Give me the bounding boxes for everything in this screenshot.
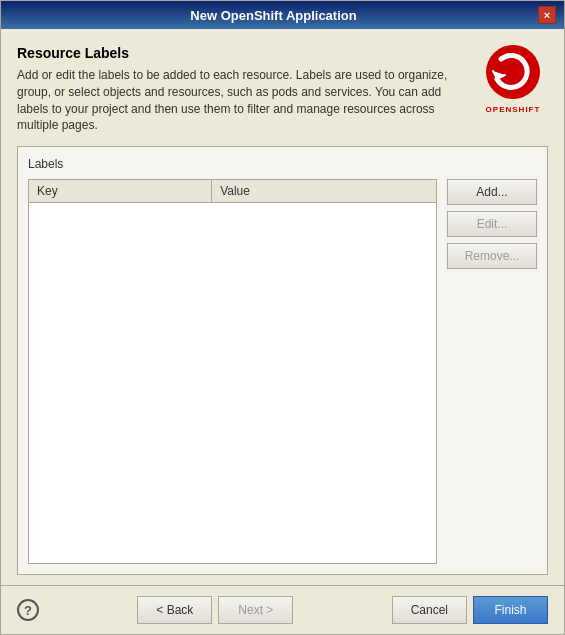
header-section: Resource Labels Add or edit the labels t… bbox=[17, 45, 548, 134]
back-button[interactable]: < Back bbox=[137, 596, 212, 624]
edit-button[interactable]: Edit... bbox=[447, 211, 537, 237]
nav-buttons: < Back Next > bbox=[137, 596, 293, 624]
help-button[interactable]: ? bbox=[17, 599, 39, 621]
add-button[interactable]: Add... bbox=[447, 179, 537, 205]
dialog-window: New OpenShift Application × Resource Lab… bbox=[0, 0, 565, 635]
dialog-title: New OpenShift Application bbox=[9, 8, 538, 23]
title-bar: New OpenShift Application × bbox=[1, 1, 564, 29]
key-column-header: Key bbox=[29, 180, 212, 202]
section-title: Resource Labels bbox=[17, 45, 478, 61]
labels-content: Key Value Add... Edit... Remove... bbox=[28, 179, 537, 564]
labels-table: Key Value bbox=[28, 179, 437, 564]
table-header: Key Value bbox=[29, 180, 436, 203]
action-buttons-panel: Add... Edit... Remove... bbox=[447, 179, 537, 564]
header-text: Resource Labels Add or edit the labels t… bbox=[17, 45, 478, 134]
close-button[interactable]: × bbox=[538, 6, 556, 24]
labels-section: Labels Key Value Add... Edit... bbox=[17, 146, 548, 575]
remove-button[interactable]: Remove... bbox=[447, 243, 537, 269]
openshift-logo-svg bbox=[483, 45, 543, 100]
openshift-brand-text: OPENSHIFT bbox=[478, 105, 548, 114]
right-buttons: Cancel Finish bbox=[392, 596, 548, 624]
table-body[interactable] bbox=[29, 203, 436, 563]
footer: ? < Back Next > Cancel Finish bbox=[1, 585, 564, 634]
value-column-header: Value bbox=[212, 180, 436, 202]
labels-group-title: Labels bbox=[28, 157, 537, 171]
cancel-button[interactable]: Cancel bbox=[392, 596, 467, 624]
section-description: Add or edit the labels to be added to ea… bbox=[17, 67, 467, 134]
openshift-logo: OPENSHIFT bbox=[478, 45, 548, 114]
content-area: Resource Labels Add or edit the labels t… bbox=[1, 29, 564, 575]
finish-button[interactable]: Finish bbox=[473, 596, 548, 624]
next-button[interactable]: Next > bbox=[218, 596, 293, 624]
labels-group: Labels Key Value Add... Edit... bbox=[17, 146, 548, 575]
